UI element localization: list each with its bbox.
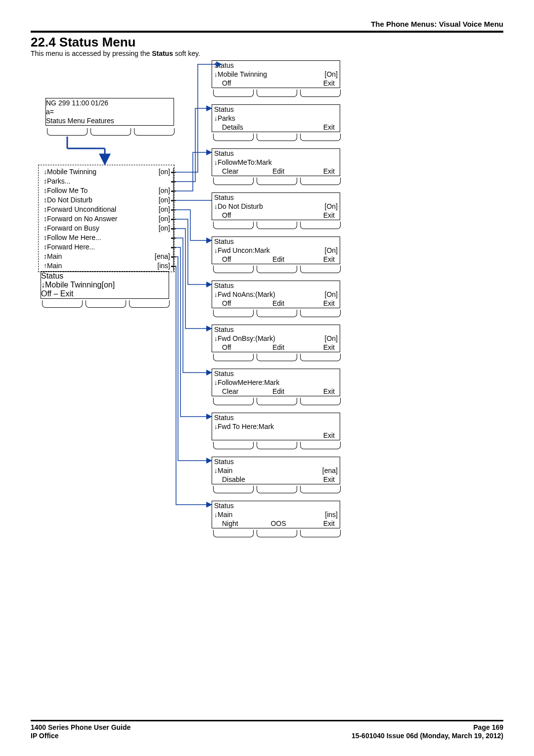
softkey-button[interactable] — [257, 266, 297, 273]
softkey-button[interactable] — [213, 134, 254, 141]
softkey-button[interactable] — [300, 178, 341, 185]
softkey-button[interactable] — [213, 530, 254, 537]
softkey-label: Exit — [297, 343, 338, 352]
list-item: ↕Parks... — [39, 177, 174, 186]
screen-line2-left: ↓FollowMeTo:Mark — [214, 158, 272, 167]
branch-tick: ┽ — [171, 264, 176, 269]
branch-tick: ┽ — [171, 198, 176, 203]
screen-line2-left: ↓Mobile Twinning — [214, 70, 267, 79]
list-item: ↓Mobile Twinning[on] — [39, 167, 174, 177]
screen-line2-right: [On] — [325, 246, 338, 255]
screen-title: Status — [214, 457, 234, 466]
screen-title: Status — [214, 281, 234, 290]
softkey-button[interactable] — [300, 222, 341, 229]
list-item-label: ↕Main — [44, 252, 62, 261]
softkey-button[interactable] — [300, 442, 341, 449]
softkey-button[interactable] — [257, 530, 297, 537]
screen-line2-left: ↓FollowMeHere:Mark — [214, 378, 279, 387]
softkey-button[interactable] — [134, 128, 175, 136]
softkey-button[interactable] — [42, 300, 83, 308]
softkey-button[interactable] — [213, 90, 254, 97]
softkey-button[interactable] — [300, 530, 341, 537]
softkey-row — [212, 264, 342, 275]
branch-tick: ┽ — [171, 180, 176, 185]
list-item: ↕Forward Unconditional[on] — [39, 205, 174, 214]
softkey-row — [212, 528, 342, 539]
screen-line2-left: ↓Fwd OnBsy:(Mark) — [214, 334, 275, 343]
branch-tick: ┽ — [171, 217, 176, 222]
softkey-button[interactable] — [257, 398, 297, 405]
softkey-label: Exit — [297, 123, 338, 132]
softkey-label: Exit — [297, 387, 338, 396]
list-item: ↑Main[ins] — [39, 261, 174, 271]
footer-left: 1400 Series Phone User Guide IP Office — [31, 723, 131, 740]
list-item: ↕Forward on No Answer[on] — [39, 214, 174, 224]
softkey-button[interactable] — [213, 222, 254, 229]
phone-status-screen: Status ↓Parks DetailsExit — [212, 104, 340, 132]
softkey-label: Exit — [297, 475, 338, 484]
softkey-button[interactable] — [213, 310, 254, 317]
list-item-value: [on] — [159, 224, 170, 233]
screen-line2-right: [on] — [101, 281, 115, 289]
softkey-button[interactable] — [300, 134, 341, 141]
softkey-row — [212, 176, 342, 187]
list-item-label: ↑Main — [44, 261, 62, 271]
softkey-button[interactable] — [257, 354, 297, 361]
softkey-button[interactable] — [257, 222, 297, 229]
softkey-label: Exit — [297, 79, 338, 88]
softkey-button[interactable] — [213, 178, 254, 185]
softkey-row — [212, 88, 342, 98]
softkey-label: Off — [214, 79, 260, 88]
softkey-button[interactable] — [213, 266, 254, 273]
softkey-label: Edit — [260, 167, 297, 176]
softkey-button[interactable] — [257, 442, 297, 449]
branch-tick: ┽ — [171, 170, 176, 175]
softkey-button[interactable] — [257, 486, 297, 493]
list-item-label: ↕Follow Me Here... — [44, 233, 101, 242]
phone-idle-screen: NG 299 11:00 01/26 a= Status Menu Featur… — [45, 98, 174, 126]
softkey-label — [260, 431, 297, 440]
list-item: ↕Do Not Disturb[on] — [39, 195, 174, 205]
list-item-value: [on] — [159, 195, 170, 205]
screen-title: Status — [214, 149, 234, 158]
softkey-button[interactable] — [213, 486, 254, 493]
softkey-button[interactable] — [300, 266, 341, 273]
softkey-label: OOS — [260, 519, 297, 528]
softkey-label: Exit — [297, 255, 338, 264]
softkey-button[interactable] — [213, 398, 254, 405]
idle-info: 299 11:00 01/26 — [58, 99, 108, 107]
softkey-button[interactable] — [90, 128, 131, 136]
softkey-label: Off — [214, 211, 260, 220]
softkey-button[interactable] — [47, 128, 88, 136]
list-item-label: ↕Parks... — [44, 177, 70, 186]
softkey-button[interactable] — [257, 134, 297, 141]
screen-line2-left: ↓Do Not Disturb — [214, 202, 263, 211]
softkey-button[interactable] — [300, 90, 341, 97]
list-item-value: [on] — [159, 186, 170, 195]
screen-line2-left: ↓Parks — [214, 114, 235, 123]
softkey-row — [212, 308, 342, 319]
softkey-button[interactable] — [129, 300, 170, 308]
softkey-button[interactable] — [86, 300, 126, 308]
softkey-label: Off — [214, 299, 260, 308]
softkey-button[interactable] — [257, 90, 297, 97]
footer-product: IP Office — [31, 732, 131, 740]
softkey-button[interactable] — [257, 310, 297, 317]
softkey-label: Clear — [214, 387, 260, 396]
section-heading: 22.4 Status Menu — [31, 35, 135, 50]
softkey-button[interactable] — [300, 398, 341, 405]
softkey-row — [212, 352, 342, 363]
softkey-button[interactable] — [300, 310, 341, 317]
footer-page-number: Page 169 — [352, 723, 503, 732]
softkey-button[interactable] — [300, 354, 341, 361]
softkey-button[interactable] — [213, 354, 254, 361]
softkey-button[interactable] — [257, 178, 297, 185]
screen-line2-right: [On] — [325, 290, 338, 299]
screen-title: Status — [214, 325, 234, 334]
screen-line2-left: ↓Fwd Uncon:Mark — [214, 246, 270, 255]
phone-status-screen: Status ↓Fwd NoAns:(Mark)[On] OffEditExit — [212, 281, 340, 308]
list-item: ↕Forward on Busy[on] — [39, 224, 174, 233]
softkey-button[interactable] — [213, 442, 254, 449]
phone-status-screen: Status ↓Do Not Disturb[On] OffExit — [212, 192, 340, 220]
softkey-button[interactable] — [300, 486, 341, 493]
